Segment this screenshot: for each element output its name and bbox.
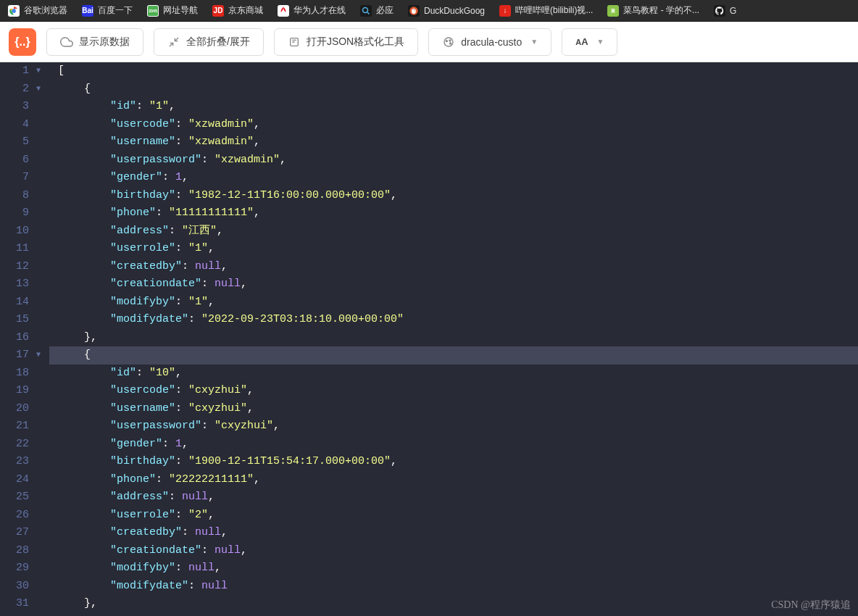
bookmark-item[interactable]: DuckDuckGoog	[402, 3, 491, 19]
fold-toggle[interactable]: ▼	[35, 80, 42, 99]
code-line: "userpassword": "xzwadmin",	[49, 151, 858, 170]
token-punct: :	[175, 296, 188, 308]
bookmark-item[interactable]: G	[708, 3, 742, 19]
line-number: 25	[0, 488, 46, 507]
line-number: 7	[0, 169, 46, 187]
token-punct: ,	[214, 562, 221, 574]
code-line: "id": "1",	[49, 98, 858, 116]
code-line: {	[49, 80, 858, 99]
token-punct: ,	[247, 402, 254, 415]
token-key: "userrole"	[110, 509, 175, 521]
code-line: },	[49, 595, 858, 613]
token-key: "createdby"	[110, 260, 182, 272]
token-punct: :	[136, 367, 149, 379]
code-line: "address": "江西",	[49, 222, 858, 241]
token-string: "xzwadmin"	[188, 118, 254, 130]
svg-text:菜: 菜	[610, 8, 615, 13]
svg-point-14	[450, 43, 451, 44]
token-punct: :	[188, 580, 201, 592]
line-number: 5	[0, 133, 46, 151]
json-editor: 1▼2▼34567891011121314151617▼181920212223…	[0, 62, 858, 616]
bookmark-item[interactable]: 2345网址导航	[141, 2, 204, 19]
code-line: "username": "cxyzhui",	[49, 400, 858, 418]
code-line: "address": null,	[49, 488, 858, 507]
token-number: 1	[175, 171, 182, 183]
token-null: null	[188, 562, 214, 574]
token-key: "usercode"	[110, 118, 175, 130]
collapse-expand-button[interactable]: 全部折叠/展开	[154, 28, 264, 56]
cloud-icon	[60, 36, 73, 49]
svg-point-12	[446, 40, 448, 41]
line-number: 1▼	[0, 62, 46, 80]
token-punct: ,	[175, 367, 182, 379]
theme-select[interactable]: dracula-custo ▼	[428, 28, 551, 56]
token-punct: :	[156, 473, 169, 486]
open-formatter-button[interactable]: 打开JSON格式化工具	[274, 28, 418, 56]
bookmark-favicon: JD	[212, 5, 224, 17]
token-key: "phone"	[110, 207, 156, 219]
token-key: "usercode"	[110, 384, 175, 396]
token-punct: :	[175, 402, 188, 415]
line-number: 15	[0, 311, 46, 329]
token-key: "gender"	[110, 171, 162, 183]
code-area[interactable]: [ { "id": "1", "usercode": "xzwadmin", "…	[49, 62, 858, 616]
watermark: CSDN @程序猿追	[771, 599, 851, 612]
svg-point-6	[412, 9, 416, 14]
code-line: "username": "xzwadmin",	[49, 133, 858, 151]
bookmark-item[interactable]: JD京东商城	[207, 2, 269, 19]
token-key: "creationdate"	[110, 544, 201, 557]
token-punct: :	[169, 491, 182, 503]
fold-toggle[interactable]: ▼	[35, 346, 42, 365]
token-key: "birthday"	[110, 189, 175, 201]
collapse-expand-label: 全部折叠/展开	[186, 36, 250, 49]
bookmark-label: 必应	[376, 4, 393, 17]
bookmark-item[interactable]: 华为人才在线	[272, 2, 351, 19]
font-size-select[interactable]: AA ▼	[562, 28, 617, 56]
bookmark-favicon: ↓	[499, 5, 511, 17]
bookmark-item[interactable]: ↓哔哩哔哩(bilibili)视...	[493, 2, 599, 19]
token-null: null	[214, 544, 241, 557]
bookmark-label: 京东商城	[228, 4, 263, 17]
code-line: "modifyby": null,	[49, 559, 858, 578]
fold-toggle[interactable]: ▼	[35, 62, 42, 80]
theme-label: dracula-custo	[461, 36, 522, 48]
token-key: "id"	[110, 100, 136, 112]
code-line: "id": "10",	[49, 365, 858, 383]
token-key: "address"	[110, 491, 169, 503]
token-key: "modifydate"	[110, 580, 188, 592]
token-key: "address"	[110, 225, 169, 237]
token-punct: ,	[391, 189, 397, 201]
bookmark-label: DuckDuckGoog	[424, 6, 485, 16]
code-line: [	[49, 62, 858, 80]
line-number: 17▼	[0, 346, 46, 365]
token-key: "modifydate"	[110, 313, 188, 325]
code-line: "userpassword": "cxyzhui",	[49, 417, 858, 436]
bookmark-favicon: 菜	[607, 5, 619, 17]
bookmark-label: 哔哩哔哩(bilibili)视...	[515, 4, 593, 17]
bookmark-item[interactable]: 谷歌浏览器	[2, 2, 73, 19]
code-line: "createdby": null,	[49, 258, 858, 276]
token-string: "2022-09-23T03:18:10.000+00:00"	[201, 313, 404, 325]
line-number: 12	[0, 258, 46, 276]
bookmark-item[interactable]: 菜菜鸟教程 - 学的不...	[601, 2, 705, 19]
bookmark-item[interactable]: 必应	[354, 2, 399, 19]
token-bracket: [	[58, 64, 64, 77]
token-string: "1"	[188, 296, 208, 308]
line-number: 26	[0, 507, 46, 525]
token-punct: :	[182, 260, 195, 272]
line-number: 31	[0, 595, 46, 613]
bookmark-label: 华为人才在线	[293, 4, 346, 17]
line-number: 23	[0, 453, 46, 471]
bookmark-item[interactable]: Bai百度一下	[76, 2, 138, 19]
palette-icon	[442, 36, 455, 49]
token-key: "createdby"	[110, 526, 182, 538]
bookmark-label: 菜鸟教程 - 学的不...	[623, 4, 699, 17]
show-raw-button[interactable]: 显示原数据	[46, 28, 143, 56]
token-punct: ,	[254, 207, 260, 219]
token-key: "phone"	[110, 473, 156, 486]
token-string: "xzwadmin"	[188, 136, 254, 148]
token-punct: :	[175, 509, 188, 521]
line-number: 27	[0, 524, 46, 542]
open-formatter-label: 打开JSON格式化工具	[307, 36, 404, 49]
token-punct: ,	[280, 154, 286, 166]
